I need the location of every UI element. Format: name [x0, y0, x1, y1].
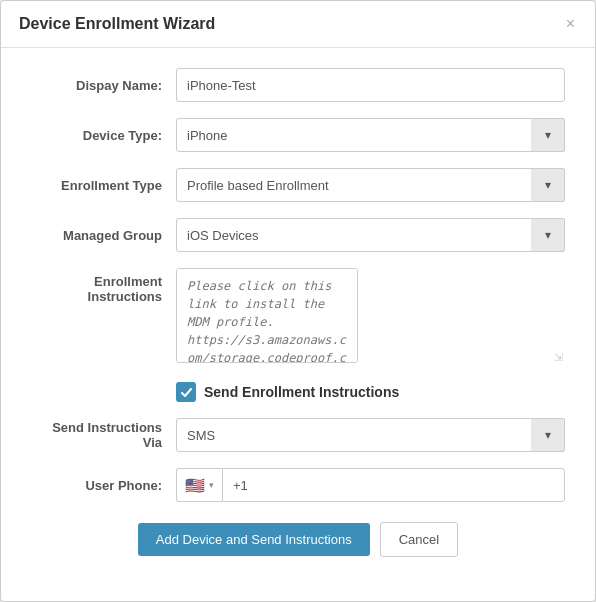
- phone-number-input[interactable]: [222, 468, 565, 502]
- enrollment-type-row: Enrollment Type Profile based Enrollment…: [31, 168, 565, 202]
- managed-group-label: Managed Group: [31, 228, 176, 243]
- send-via-row: Send Instructions Via SMS Email ▾: [31, 418, 565, 452]
- enrollment-type-select-wrapper: Profile based Enrollment Agent based Enr…: [176, 168, 565, 202]
- close-button[interactable]: ×: [564, 16, 577, 32]
- dialog-body: Dispay Name: Device Type: iPhone iPad An…: [1, 48, 595, 581]
- phone-input-group: 🇺🇸 ▾: [176, 468, 565, 502]
- send-enrollment-label-text: Send Enrollment Instructions: [204, 384, 399, 400]
- cancel-button[interactable]: Cancel: [380, 522, 458, 557]
- resize-icon: ⇲: [554, 351, 563, 364]
- button-row: Add Device and Send Instructions Cancel: [31, 522, 565, 557]
- device-type-row: Device Type: iPhone iPad Android Windows…: [31, 118, 565, 152]
- flag-select-button[interactable]: 🇺🇸 ▾: [176, 468, 222, 502]
- send-enrollment-checkbox-row: Send Enrollment Instructions: [31, 382, 565, 402]
- device-type-select-wrapper: iPhone iPad Android Windows ▾: [176, 118, 565, 152]
- send-enrollment-checkbox[interactable]: [176, 382, 196, 402]
- send-enrollment-checkbox-label[interactable]: Send Enrollment Instructions: [176, 382, 399, 402]
- flag-caret-icon: ▾: [209, 480, 214, 490]
- device-type-label: Device Type:: [31, 128, 176, 143]
- dialog-title: Device Enrollment Wizard: [19, 15, 215, 33]
- send-via-select-wrapper: SMS Email ▾: [176, 418, 565, 452]
- user-phone-row: User Phone: 🇺🇸 ▾: [31, 468, 565, 502]
- enrollment-type-label: Enrollment Type: [31, 178, 176, 193]
- enrollment-instructions-textarea[interactable]: [176, 268, 358, 363]
- managed-group-select-wrapper: iOS Devices Android Devices All Devices …: [176, 218, 565, 252]
- dialog-header: Device Enrollment Wizard ×: [1, 1, 595, 48]
- display-name-label: Dispay Name:: [31, 78, 176, 93]
- managed-group-row: Managed Group iOS Devices Android Device…: [31, 218, 565, 252]
- add-device-send-instructions-button[interactable]: Add Device and Send Instructions: [138, 523, 370, 556]
- us-flag-icon: 🇺🇸: [185, 476, 205, 495]
- send-via-select[interactable]: SMS Email: [176, 418, 565, 452]
- enrollment-instructions-row: Enrollment Instructions ⇲: [31, 268, 565, 366]
- enrollment-instructions-label: Enrollment Instructions: [31, 268, 176, 304]
- device-type-select[interactable]: iPhone iPad Android Windows: [176, 118, 565, 152]
- managed-group-select[interactable]: iOS Devices Android Devices All Devices: [176, 218, 565, 252]
- user-phone-label: User Phone:: [31, 478, 176, 493]
- device-enrollment-wizard: Device Enrollment Wizard × Dispay Name: …: [0, 0, 596, 602]
- enrollment-type-select[interactable]: Profile based Enrollment Agent based Enr…: [176, 168, 565, 202]
- display-name-row: Dispay Name:: [31, 68, 565, 102]
- display-name-input[interactable]: [176, 68, 565, 102]
- send-via-label: Send Instructions Via: [31, 420, 176, 450]
